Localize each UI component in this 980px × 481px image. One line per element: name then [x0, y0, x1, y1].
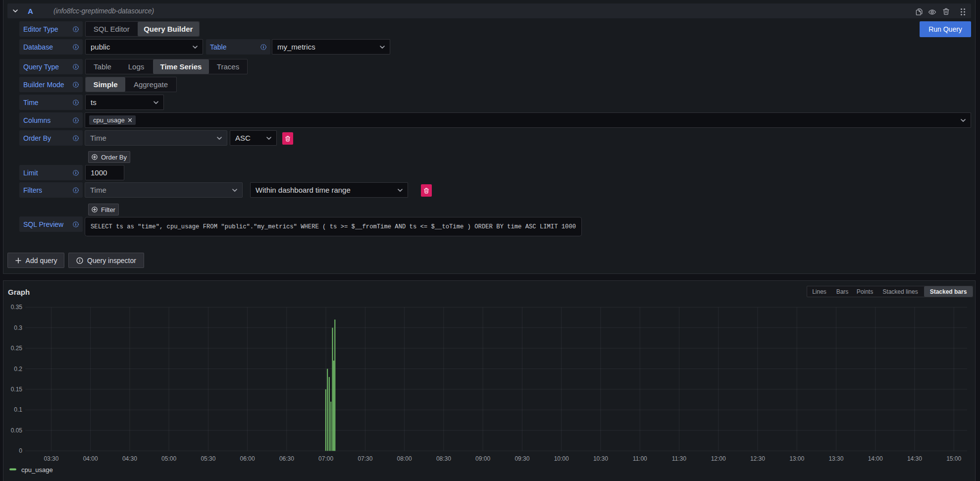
svg-text:11:30: 11:30 — [672, 455, 686, 462]
svg-text:08:00: 08:00 — [397, 455, 412, 462]
svg-text:11:00: 11:00 — [633, 455, 647, 462]
svg-text:0.25: 0.25 — [11, 345, 23, 352]
svg-text:05:00: 05:00 — [161, 455, 176, 462]
svg-text:08:30: 08:30 — [436, 455, 451, 462]
svg-text:0.35: 0.35 — [11, 304, 23, 311]
svg-text:0.3: 0.3 — [14, 324, 22, 331]
svg-text:14:00: 14:00 — [868, 455, 883, 462]
svg-text:05:30: 05:30 — [201, 455, 215, 462]
svg-text:15:00: 15:00 — [946, 455, 961, 462]
svg-text:04:00: 04:00 — [83, 455, 98, 462]
svg-text:0.05: 0.05 — [11, 427, 23, 434]
svg-text:04:30: 04:30 — [122, 455, 137, 462]
svg-text:cpu_usage: cpu_usage — [21, 466, 53, 474]
svg-text:07:30: 07:30 — [358, 455, 372, 462]
svg-text:03:30: 03:30 — [44, 455, 58, 462]
svg-text:0: 0 — [19, 447, 22, 454]
svg-text:09:00: 09:00 — [475, 455, 490, 462]
svg-text:12:00: 12:00 — [711, 455, 726, 462]
svg-text:0.15: 0.15 — [11, 386, 23, 393]
svg-text:14:30: 14:30 — [907, 455, 922, 462]
svg-text:06:00: 06:00 — [240, 455, 255, 462]
svg-text:07:00: 07:00 — [318, 455, 333, 462]
svg-text:10:30: 10:30 — [593, 455, 608, 462]
svg-text:13:00: 13:00 — [789, 455, 804, 462]
svg-text:13:30: 13:30 — [828, 455, 843, 462]
svg-text:0.1: 0.1 — [14, 406, 22, 413]
svg-text:09:30: 09:30 — [515, 455, 529, 462]
svg-text:06:30: 06:30 — [279, 455, 294, 462]
svg-text:10:00: 10:00 — [554, 455, 569, 462]
svg-text:12:30: 12:30 — [750, 455, 765, 462]
svg-text:0.2: 0.2 — [14, 366, 22, 373]
